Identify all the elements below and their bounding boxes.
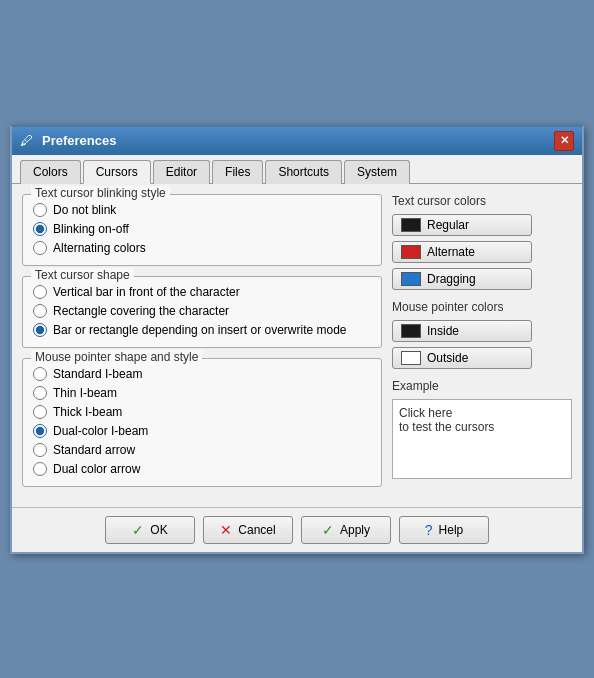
alternate-swatch <box>401 245 421 259</box>
radio-std-ibeam[interactable] <box>33 367 47 381</box>
radio-alt-colors[interactable] <box>33 241 47 255</box>
blink-group-title: Text cursor blinking style <box>31 186 170 200</box>
tab-colors[interactable]: Colors <box>20 160 81 184</box>
regular-label: Regular <box>427 218 469 232</box>
radio-no-blink[interactable] <box>33 203 47 217</box>
label-blink-onoff[interactable]: Blinking on-off <box>53 222 129 236</box>
ok-label: OK <box>150 523 167 537</box>
mouse-option-dual-arrow: Dual color arrow <box>33 462 371 476</box>
close-button[interactable]: ✕ <box>554 131 574 151</box>
preferences-window: 🖊 Preferences ✕ Colors Cursors Editor Fi… <box>10 125 584 554</box>
mouse-pointer-colors-section: Mouse pointer colors Inside Outside <box>392 300 572 369</box>
mouse-option-thin-ibeam: Thin I-beam <box>33 386 371 400</box>
apply-icon: ✓ <box>322 522 334 538</box>
color-button-dragging[interactable]: Dragging <box>392 268 532 290</box>
shape-group-title: Text cursor shape <box>31 268 134 282</box>
label-std-arrow[interactable]: Standard arrow <box>53 443 135 457</box>
blink-option-onoff: Blinking on-off <box>33 222 371 236</box>
tab-editor[interactable]: Editor <box>153 160 210 184</box>
cancel-label: Cancel <box>238 523 275 537</box>
apply-button[interactable]: ✓ Apply <box>301 516 391 544</box>
label-no-blink[interactable]: Do not blink <box>53 203 116 217</box>
title-bar-left: 🖊 Preferences <box>20 133 116 149</box>
label-dual-arrow[interactable]: Dual color arrow <box>53 462 140 476</box>
mouse-option-std-ibeam: Standard I-beam <box>33 367 371 381</box>
left-column: Text cursor blinking style Do not blink … <box>22 194 382 497</box>
text-cursor-colors-title: Text cursor colors <box>392 194 572 208</box>
blink-option-no-blink: Do not blink <box>33 203 371 217</box>
cancel-button[interactable]: ✕ Cancel <box>203 516 293 544</box>
tab-system[interactable]: System <box>344 160 410 184</box>
cancel-icon: ✕ <box>220 522 232 538</box>
main-area: Text cursor blinking style Do not blink … <box>22 194 572 497</box>
radio-blink-onoff[interactable] <box>33 222 47 236</box>
help-label: Help <box>439 523 464 537</box>
example-text-line1: Click here <box>399 406 565 420</box>
alternate-label: Alternate <box>427 245 475 259</box>
tab-content: Text cursor blinking style Do not blink … <box>12 184 582 507</box>
radio-dual-ibeam[interactable] <box>33 424 47 438</box>
ok-icon: ✓ <box>132 522 144 538</box>
mouse-group: Mouse pointer shape and style Standard I… <box>22 358 382 487</box>
help-button[interactable]: ? Help <box>399 516 489 544</box>
color-button-outside[interactable]: Outside <box>392 347 532 369</box>
tab-files[interactable]: Files <box>212 160 263 184</box>
label-alt-colors[interactable]: Alternating colors <box>53 241 146 255</box>
title-bar: 🖊 Preferences ✕ <box>12 127 582 155</box>
mouse-option-dual-ibeam: Dual-color I-beam <box>33 424 371 438</box>
tab-cursors[interactable]: Cursors <box>83 160 151 184</box>
example-section: Example Click here to test the cursors <box>392 379 572 479</box>
label-dual-ibeam[interactable]: Dual-color I-beam <box>53 424 148 438</box>
label-std-ibeam[interactable]: Standard I-beam <box>53 367 142 381</box>
mouse-option-thick-ibeam: Thick I-beam <box>33 405 371 419</box>
radio-vertical-bar[interactable] <box>33 285 47 299</box>
shape-group: Text cursor shape Vertical bar in front … <box>22 276 382 348</box>
help-icon: ? <box>425 522 433 538</box>
mouse-pointer-colors-title: Mouse pointer colors <box>392 300 572 314</box>
window-title: Preferences <box>42 133 116 148</box>
dragging-swatch <box>401 272 421 286</box>
color-button-alternate[interactable]: Alternate <box>392 241 532 263</box>
blink-option-alt: Alternating colors <box>33 241 371 255</box>
dragging-label: Dragging <box>427 272 476 286</box>
mouse-group-title: Mouse pointer shape and style <box>31 350 202 364</box>
tab-shortcuts[interactable]: Shortcuts <box>265 160 342 184</box>
right-column: Text cursor colors Regular Alternate Dra… <box>392 194 572 497</box>
shape-option-rect: Rectangle covering the character <box>33 304 371 318</box>
ok-button[interactable]: ✓ OK <box>105 516 195 544</box>
example-title: Example <box>392 379 572 393</box>
inside-swatch <box>401 324 421 338</box>
example-text-line2: to test the cursors <box>399 420 565 434</box>
regular-swatch <box>401 218 421 232</box>
label-bar-rect[interactable]: Bar or rectangle depending on insert or … <box>53 323 347 337</box>
label-vertical-bar[interactable]: Vertical bar in front of the character <box>53 285 240 299</box>
inside-label: Inside <box>427 324 459 338</box>
app-icon: 🖊 <box>20 133 36 149</box>
footer: ✓ OK ✕ Cancel ✓ Apply ? Help <box>12 507 582 552</box>
example-box[interactable]: Click here to test the cursors <box>392 399 572 479</box>
shape-option-vertical: Vertical bar in front of the character <box>33 285 371 299</box>
radio-thick-ibeam[interactable] <box>33 405 47 419</box>
blink-style-group: Text cursor blinking style Do not blink … <box>22 194 382 266</box>
radio-thin-ibeam[interactable] <box>33 386 47 400</box>
shape-option-bar-rect: Bar or rectangle depending on insert or … <box>33 323 371 337</box>
text-cursor-colors-section: Text cursor colors Regular Alternate Dra… <box>392 194 572 290</box>
color-button-regular[interactable]: Regular <box>392 214 532 236</box>
color-button-inside[interactable]: Inside <box>392 320 532 342</box>
tab-bar: Colors Cursors Editor Files Shortcuts Sy… <box>12 155 582 184</box>
outside-label: Outside <box>427 351 468 365</box>
mouse-option-std-arrow: Standard arrow <box>33 443 371 457</box>
outside-swatch <box>401 351 421 365</box>
apply-label: Apply <box>340 523 370 537</box>
label-thin-ibeam[interactable]: Thin I-beam <box>53 386 117 400</box>
radio-std-arrow[interactable] <box>33 443 47 457</box>
label-rectangle[interactable]: Rectangle covering the character <box>53 304 229 318</box>
radio-rectangle[interactable] <box>33 304 47 318</box>
radio-dual-arrow[interactable] <box>33 462 47 476</box>
radio-bar-rect[interactable] <box>33 323 47 337</box>
label-thick-ibeam[interactable]: Thick I-beam <box>53 405 122 419</box>
